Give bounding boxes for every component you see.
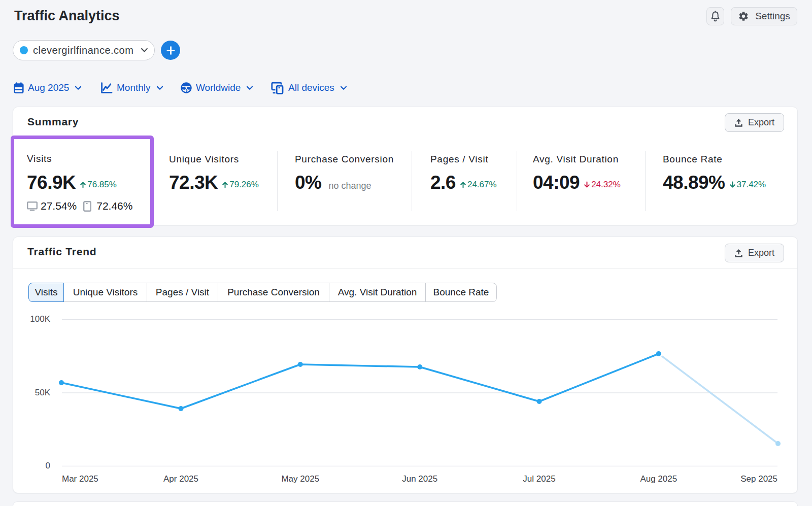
svg-text:May 2025: May 2025 xyxy=(281,474,319,484)
svg-text:100K: 100K xyxy=(30,314,50,324)
svg-text:Mar 2025: Mar 2025 xyxy=(62,474,98,484)
svg-text:50K: 50K xyxy=(35,388,51,397)
svg-text:Apr 2025: Apr 2025 xyxy=(163,474,198,484)
svg-text:0: 0 xyxy=(46,461,50,470)
svg-text:Aug 2025: Aug 2025 xyxy=(640,474,677,484)
svg-text:Sep 2025: Sep 2025 xyxy=(740,474,777,484)
svg-text:Jul 2025: Jul 2025 xyxy=(523,474,555,484)
svg-text:Jun 2025: Jun 2025 xyxy=(402,474,437,484)
